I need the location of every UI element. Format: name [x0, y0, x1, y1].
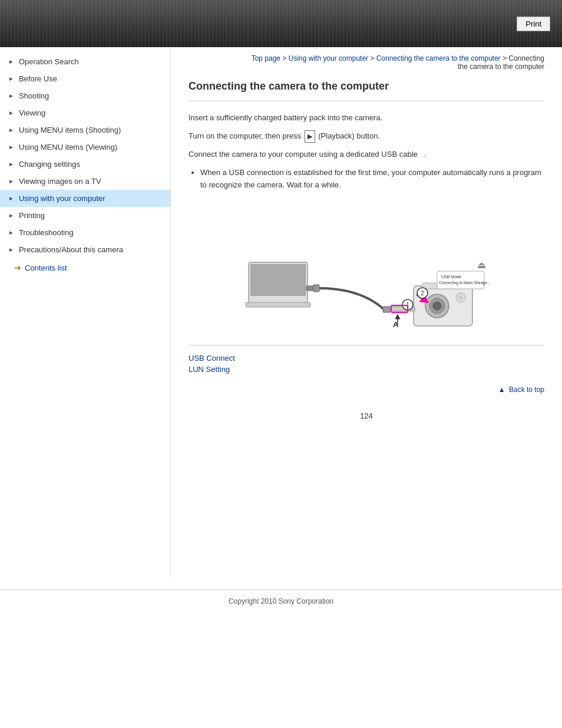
svg-text:⏏: ⏏	[477, 260, 486, 270]
svg-rect-5	[383, 307, 390, 312]
back-to-top-link[interactable]: ▲ Back to top	[498, 386, 544, 394]
breadcrumb-top-page[interactable]: Top page	[252, 54, 280, 62]
back-to-top: ▲ Back to top	[189, 386, 544, 394]
sidebar-item-shooting[interactable]: ► Shooting	[0, 87, 170, 104]
arrow-icon: ►	[8, 178, 14, 185]
sidebar-item-troubleshooting[interactable]: ► Troubleshooting	[0, 224, 170, 241]
svg-rect-1	[251, 265, 305, 295]
content-area: Top page > Using with your computer > Co…	[171, 47, 562, 578]
svg-rect-4	[313, 285, 319, 292]
breadcrumb-separator: >	[370, 54, 376, 62]
bullet-list: When a USB connection is established for…	[200, 167, 544, 192]
related-links: USB Connect LUN Setting	[189, 345, 544, 374]
arrow-icon: ►	[8, 161, 14, 167]
arrow-icon: ►	[8, 195, 14, 202]
breadcrumb-connecting[interactable]: Connecting the camera to the computer	[376, 54, 501, 62]
arrow-icon: ►	[8, 246, 14, 253]
arrow-icon: ►	[8, 58, 14, 65]
arrow-icon: ►	[8, 75, 14, 82]
back-to-top-label: Back to top	[509, 386, 544, 394]
bullet-item: When a USB connection is established for…	[200, 167, 544, 192]
svg-text:USB Mode: USB Mode	[441, 275, 461, 279]
sidebar-item-changing-settings[interactable]: ► Changing settings	[0, 156, 170, 173]
connection-diagram: 2 1 USB Mode Connecting to Mass Storage.…	[243, 203, 490, 333]
arrow-icon: ►	[8, 229, 14, 236]
step-2-text: Turn on the computer, then press	[189, 131, 303, 140]
sidebar-item-before-use[interactable]: ► Before Use	[0, 70, 170, 87]
sidebar-item-menu-shooting[interactable]: ► Using MENU items (Shooting)	[0, 121, 170, 139]
sidebar-item-precautions[interactable]: ► Precautions/About this camera	[0, 241, 170, 258]
sidebar-item-printing[interactable]: ► Printing	[0, 207, 170, 224]
step-3: Connect the camera to your computer usin…	[189, 149, 544, 161]
svg-rect-2	[246, 302, 310, 307]
sidebar-item-viewing-tv[interactable]: ► Viewing images on a TV	[0, 173, 170, 190]
footer: Copyright 2010 Sony Corporation	[0, 589, 562, 612]
sidebar-item-using-computer[interactable]: ► Using with your computer	[0, 190, 170, 207]
playback-button-icon: ▶	[305, 130, 315, 143]
contents-list-label: Contents list	[25, 263, 67, 272]
page-title: Connecting the camera to the computer	[189, 80, 544, 93]
content-body: Insert a sufficiently charged battery pa…	[189, 112, 544, 333]
svg-rect-19	[437, 271, 484, 289]
sidebar-item-label: Viewing images on a TV	[19, 177, 101, 186]
sidebar-item-label: Viewing	[19, 108, 45, 117]
sidebar: ► Operation Search ► Before Use ► Shooti…	[0, 47, 171, 578]
arrow-icon: ►	[8, 144, 14, 150]
sidebar-item-label: Precautions/About this camera	[19, 245, 123, 254]
sidebar-item-label: Troubleshooting	[19, 228, 74, 237]
breadcrumb-current: Connecting	[508, 54, 544, 62]
svg-point-9	[433, 302, 441, 310]
breadcrumb-separator: >	[503, 54, 508, 62]
header: Print	[0, 0, 562, 47]
sidebar-item-label: Using MENU items (Shooting)	[19, 126, 121, 134]
step-1: Insert a sufficiently charged battery pa…	[189, 112, 544, 124]
sidebar-item-label: Using with your computer	[19, 194, 105, 203]
sidebar-item-operation-search[interactable]: ► Operation Search	[0, 53, 170, 70]
arrow-icon: ►	[8, 93, 14, 99]
sidebar-item-label: Using MENU items (Viewing)	[19, 143, 117, 151]
step-2: Turn on the computer, then press ▶ (Play…	[189, 130, 544, 143]
main-layout: ► Operation Search ► Before Use ► Shooti…	[0, 47, 562, 578]
breadcrumb: Top page > Using with your computer > Co…	[189, 47, 544, 80]
header-stripes	[0, 0, 562, 47]
sidebar-item-label: Changing settings	[19, 160, 80, 169]
sidebar-item-menu-viewing[interactable]: ► Using MENU items (Viewing)	[0, 139, 170, 156]
diagram-area: 2 1 USB Mode Connecting to Mass Storage.…	[189, 203, 544, 333]
arrow-icon: ►	[8, 110, 14, 116]
sidebar-item-label: Printing	[19, 211, 45, 220]
copyright-text: Copyright 2010 Sony Corporation	[229, 597, 333, 605]
sidebar-item-viewing[interactable]: ► Viewing	[0, 104, 170, 121]
page-number: 124	[189, 411, 544, 420]
arrow-icon: ►	[8, 212, 14, 219]
sidebar-item-label: Before Use	[19, 74, 57, 83]
usb-connect-link[interactable]: USB Connect	[189, 354, 544, 363]
page-title-section: Connecting the camera to the computer	[189, 80, 544, 101]
arrow-icon: ►	[8, 127, 14, 133]
breadcrumb-current-full: the camera to the computer	[458, 62, 544, 71]
sidebar-item-label: Operation Search	[19, 57, 79, 66]
print-button[interactable]: Print	[517, 17, 550, 31]
svg-rect-3	[306, 286, 313, 291]
step-3-text: Connect the camera to your computer usin…	[189, 150, 426, 159]
svg-text:2: 2	[421, 290, 424, 297]
svg-text:Connecting to Mass Storage...: Connecting to Mass Storage...	[439, 281, 490, 285]
sidebar-item-label: Shooting	[19, 91, 49, 100]
svg-point-12	[458, 295, 463, 300]
arrow-right-icon: ➔	[14, 263, 21, 272]
contents-list-link[interactable]: ➔ Contents list	[0, 258, 170, 277]
breadcrumb-separator: >	[282, 54, 288, 62]
breadcrumb-using-computer[interactable]: Using with your computer	[289, 54, 368, 62]
triangle-icon: ▲	[498, 386, 505, 394]
lun-setting-link[interactable]: LUN Setting	[189, 365, 544, 374]
step-2-text2: (Playback) button.	[318, 131, 380, 140]
